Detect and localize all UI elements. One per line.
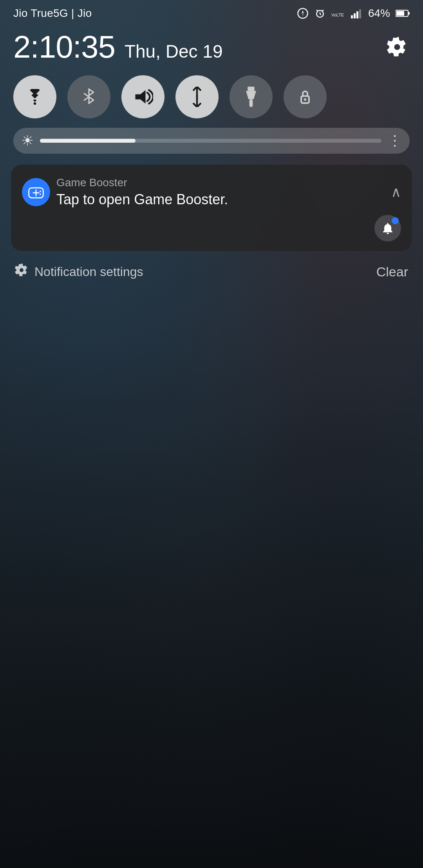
brightness-more-button[interactable]: ⋮ [388,133,402,149]
notification-settings-label: Notification settings [34,265,143,279]
notif-title: Tap to open Game Booster. [56,191,228,208]
brightness-fill [40,139,136,143]
game-booster-app-icon [22,178,50,206]
settings-gear-button[interactable] [385,35,410,60]
quick-toggles [9,72,414,128]
wifi-status-icon: VoLTE [331,8,345,19]
svg-line-5 [320,14,321,15]
data-transfer-icon [188,87,206,107]
wifi-toggle[interactable] [13,75,56,118]
notification-settings-button[interactable]: Notification settings [15,263,143,280]
carrier-label: Jio True5G | Jio [13,7,92,20]
settings-small-icon [15,263,28,280]
svg-line-6 [316,10,318,11]
svg-line-7 [322,10,324,11]
brightness-icon: ☀ [21,133,34,149]
svg-rect-15 [396,11,404,16]
clock-time: 2:10:35 [13,31,115,63]
status-bar: Jio True5G | Jio [9,0,414,24]
svg-rect-9 [351,15,353,18]
data-toggle[interactable] [175,75,219,118]
svg-rect-21 [249,100,253,107]
svg-rect-12 [359,9,361,18]
battery-icon [396,9,410,17]
brightness-row: ☀ ⋮ [13,128,410,154]
wifi-icon [25,89,45,105]
battery-label: 64% [368,7,390,20]
compass-icon [297,7,309,19]
sound-toggle[interactable] [121,75,164,118]
notif-expand-button[interactable]: ∧ [391,184,401,200]
status-icons: VoLTE 64% [297,7,410,20]
bluetooth-icon [81,87,97,107]
svg-marker-17 [136,90,146,104]
svg-point-16 [34,102,36,105]
svg-point-0 [298,9,307,18]
game-booster-notification[interactable]: Game Booster Tap to open Game Booster. ∧ [11,165,412,251]
notif-mute-button[interactable] [374,215,401,242]
svg-marker-2 [302,13,304,16]
svg-point-23 [304,98,306,101]
sound-icon [133,88,153,105]
flashlight-toggle[interactable] [230,75,273,118]
svg-rect-14 [408,12,410,15]
notif-app-name: Game Booster [56,176,228,189]
clock-row: 2:10:35 Thu, Dec 19 [9,24,414,72]
svg-rect-20 [248,87,254,91]
svg-text:VoLTE: VoLTE [331,13,344,17]
clock-date: Thu, Dec 19 [125,41,223,62]
flashlight-icon [243,87,259,107]
svg-marker-1 [302,11,304,14]
svg-rect-11 [356,11,358,18]
alarm-icon [314,7,326,19]
clear-button[interactable]: Clear [376,264,408,280]
signal-bars-icon [351,8,363,18]
bell-badge [392,217,399,224]
notification-settings-bar: Notification settings Clear [9,260,414,280]
svg-point-27 [40,191,41,192]
bluetooth-toggle[interactable] [67,75,110,118]
svg-point-28 [40,194,41,195]
svg-rect-10 [354,13,356,18]
brightness-track[interactable] [40,139,381,143]
autorotate-toggle[interactable] [284,75,327,118]
lock-rotate-icon [296,87,315,106]
